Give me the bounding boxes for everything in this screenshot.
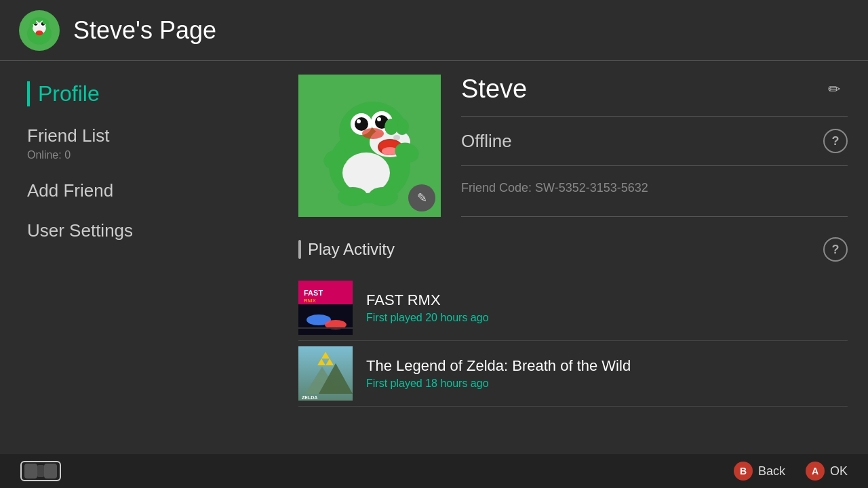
play-activity-title: Play Activity [308, 240, 395, 259]
svg-point-18 [355, 117, 368, 131]
svg-point-23 [393, 135, 400, 140]
sidebar-sublabel-online: Online: 0 [27, 149, 251, 161]
back-button[interactable]: B Back [734, 462, 785, 481]
joycon-right [44, 464, 57, 479]
game-item-fast-rmx[interactable]: FAST RMX FAST RMX First played 20 hours … [298, 275, 848, 341]
ok-label: OK [830, 464, 848, 479]
profile-status-row: Offline ? [461, 129, 848, 166]
svg-point-22 [377, 117, 381, 121]
play-activity-title-row: Play Activity [298, 240, 395, 259]
svg-point-10 [36, 30, 43, 35]
play-activity-help-button[interactable]: ? [823, 237, 848, 262]
zelda-botw-thumbnail: ZELDA [298, 346, 353, 401]
profile-avatar-container: ✎ [298, 75, 441, 217]
svg-point-11 [43, 19, 49, 24]
sidebar-label-add-friend: Add Friend [27, 180, 251, 201]
profile-info: Steve ✏ Offline ? Friend Code: SW-5352-3… [461, 75, 848, 217]
fast-rmx-title: FAST RMX [366, 291, 489, 309]
status-help-button[interactable]: ? [823, 129, 848, 153]
profile-status: Offline [461, 131, 512, 152]
play-activity-section: Play Activity ? FAST RMX [298, 237, 848, 407]
header: Steve's Page [0, 0, 868, 61]
profile-name: Steve [461, 75, 527, 104]
svg-point-27 [362, 128, 384, 139]
a-button: A [806, 462, 825, 481]
fast-rmx-played: First played 20 hours ago [366, 312, 489, 324]
edit-name-button[interactable]: ✏ [821, 76, 848, 103]
fast-rmx-thumb-art: FAST RMX [298, 281, 353, 335]
ok-button[interactable]: A OK [806, 462, 848, 481]
play-activity-help-icon: ? [832, 243, 840, 257]
sidebar-item-profile[interactable]: Profile [27, 81, 251, 106]
sidebar-item-user-settings[interactable]: User Settings [27, 220, 251, 241]
footer-left [20, 461, 61, 481]
header-avatar [19, 10, 60, 51]
zelda-art: ZELDA [298, 346, 353, 401]
joycon-left [24, 464, 37, 479]
play-activity-bar [298, 240, 301, 259]
sidebar-label-profile: Profile [38, 81, 251, 106]
switch-console-icon [20, 461, 61, 481]
zelda-botw-thumb-art: ZELDA [298, 346, 353, 401]
fast-rmx-art: FAST RMX [298, 281, 353, 335]
sidebar: Profile Friend List Online: 0 Add Friend… [0, 61, 278, 488]
sidebar-label-user-settings: User Settings [27, 220, 251, 241]
zelda-botw-title: The Legend of Zelda: Breath of the Wild [366, 357, 631, 375]
b-button: B [734, 462, 753, 481]
svg-point-34 [384, 119, 398, 135]
switch-screen [37, 465, 44, 477]
profile-name-row: Steve ✏ [461, 75, 848, 117]
main-content: Profile Friend List Online: 0 Add Friend… [0, 61, 868, 488]
game-item-zelda-botw[interactable]: ZELDA The Legend of Zelda: Breath of the… [298, 341, 848, 407]
footer-right: B Back A OK [734, 462, 848, 481]
help-icon: ? [832, 134, 840, 148]
content-area: ✎ Steve ✏ Offline ? Friend Code: SW-5 [278, 61, 868, 488]
friend-code: Friend Code: SW-5352-3153-5632 [461, 178, 848, 195]
sidebar-label-friend-list: Friend List [27, 125, 251, 146]
edit-icon: ✏ [828, 81, 840, 98]
svg-point-28 [342, 152, 390, 193]
svg-point-12 [31, 19, 37, 24]
footer: B Back A OK [0, 454, 868, 488]
fast-rmx-info: FAST RMX First played 20 hours ago [366, 291, 489, 324]
page-title: Steve's Page [73, 16, 216, 45]
zelda-botw-info: The Legend of Zelda: Breath of the Wild … [366, 357, 631, 390]
pencil-icon: ✎ [417, 190, 427, 205]
profile-section: ✎ Steve ✏ Offline ? Friend Code: SW-5 [298, 75, 848, 217]
svg-text:ZELDA: ZELDA [302, 395, 317, 400]
svg-point-32 [368, 187, 398, 206]
zelda-botw-played: First played 18 hours ago [366, 378, 631, 390]
svg-text:FAST: FAST [304, 289, 323, 297]
svg-point-19 [357, 119, 361, 123]
yoshi-avatar-icon [21, 12, 58, 49]
back-label: Back [758, 464, 785, 479]
svg-point-31 [338, 187, 368, 206]
svg-text:RMX: RMX [304, 298, 316, 304]
avatar-edit-button[interactable]: ✎ [408, 184, 435, 211]
sidebar-item-add-friend[interactable]: Add Friend [27, 180, 251, 201]
sidebar-item-friend-list[interactable]: Friend List Online: 0 [27, 125, 251, 161]
play-activity-header: Play Activity ? [298, 237, 848, 264]
fast-rmx-thumbnail: FAST RMX [298, 281, 353, 335]
